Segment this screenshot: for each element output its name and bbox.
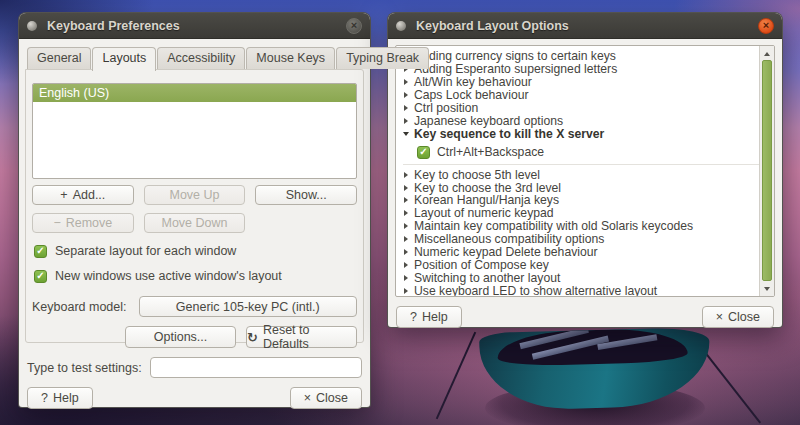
tab-typing-break[interactable]: Typing Break — [336, 47, 429, 69]
scroll-up-icon[interactable] — [760, 47, 774, 60]
expander-icon — [404, 79, 408, 85]
help-button[interactable]: ? Help — [396, 306, 462, 328]
reset-to-defaults-button[interactable]: ↻ Reset to Defaults — [246, 326, 357, 348]
keyboard-layout-options-window: Keyboard Layout Options × Adding currenc… — [387, 12, 783, 328]
close-icon: × — [304, 391, 311, 405]
keyboard-model-button[interactable]: Generic 105-key PC (intl.) — [139, 296, 357, 317]
keyboard-preferences-window: Keyboard Preferences × General Layouts A… — [18, 12, 371, 408]
scrollbar[interactable] — [759, 46, 774, 296]
option-key-5th-level[interactable]: Key to choose 5th level — [403, 168, 759, 181]
tab-layouts[interactable]: Layouts — [92, 47, 156, 71]
expander-icon — [404, 249, 408, 255]
tab-bar: General Layouts Accessibility Mouse Keys… — [19, 39, 370, 69]
plus-icon: + — [60, 188, 67, 202]
tab-general[interactable]: General — [27, 47, 91, 69]
window-icon — [396, 21, 406, 31]
checkbox-ctrl-alt-backspace[interactable]: ✓ — [417, 146, 430, 159]
tab-mouse-keys[interactable]: Mouse Keys — [246, 47, 335, 69]
expander-icon — [404, 223, 408, 229]
window-title: Keyboard Layout Options — [416, 19, 569, 33]
layout-list-buttons: +Add... Move Up Show... −Remove Move Dow… — [32, 185, 357, 233]
checkbox-label: Separate layout for each window — [55, 244, 236, 258]
checkbox-new-windows-layout[interactable]: ✓ — [34, 270, 47, 283]
option-key-3rd-level[interactable]: Key to choose the 3rd level — [403, 181, 759, 194]
kill-x-server-child: ✓ Ctrl+Alt+Backspace — [403, 141, 759, 165]
option-solaris-keycodes[interactable]: Maintain key compatibility with old Sola… — [403, 220, 759, 233]
help-button[interactable]: ? Help — [27, 387, 93, 409]
new-windows-layout-row: ✓ New windows use active window's layout — [34, 269, 357, 283]
option-numeric-keypad-delete[interactable]: Numeric keypad Delete behaviour — [403, 246, 759, 259]
close-window-icon[interactable]: × — [346, 18, 362, 34]
expander-icon — [404, 262, 408, 268]
reset-icon: ↻ — [247, 330, 258, 345]
option-numeric-keypad-layout[interactable]: Layout of numeric keypad — [403, 207, 759, 220]
expander-icon — [404, 105, 408, 111]
option-misc-compatibility[interactable]: Miscellaneous compatibility options — [403, 233, 759, 246]
window-title: Keyboard Preferences — [47, 19, 180, 33]
dialog-actions: ? Help × Close — [396, 306, 774, 328]
separate-layout-row: ✓ Separate layout for each window — [34, 244, 357, 258]
option-ctrl-position[interactable]: Ctrl position — [403, 102, 759, 115]
option-keyboard-led[interactable]: Use keyboard LED to show alternative lay… — [403, 284, 759, 297]
expander-icon — [404, 236, 408, 242]
option-caps-lock[interactable]: Caps Lock behaviour — [403, 89, 759, 102]
checkbox-separate-layout[interactable]: ✓ — [34, 245, 47, 258]
close-icon: × — [716, 310, 723, 324]
option-alt-win-key[interactable]: Alt/Win key behaviour — [403, 76, 759, 89]
list-item-english-us[interactable]: English (US) — [33, 84, 356, 102]
boat-oar-left — [436, 332, 476, 420]
dialog-actions: ? Help × Close — [27, 387, 362, 409]
option-korean-hangul[interactable]: Korean Hangul/Hanja keys — [403, 194, 759, 207]
scroll-down-icon[interactable] — [760, 282, 774, 295]
checkbox-label: Ctrl+Alt+Backspace — [437, 145, 544, 159]
layout-options-list: Adding currency signs to certain keys Ad… — [395, 45, 775, 297]
keyboard-model-label: Keyboard model: — [32, 300, 127, 314]
expander-down-icon — [403, 132, 409, 136]
add-button[interactable]: +Add... — [32, 185, 134, 205]
keyboard-layout-list: English (US) — [32, 83, 357, 179]
test-settings-input[interactable] — [150, 357, 362, 378]
titlebar[interactable]: Keyboard Preferences × — [19, 13, 370, 39]
option-adding-currency-signs[interactable]: Adding currency signs to certain keys — [403, 50, 759, 63]
expander-icon — [404, 92, 408, 98]
test-settings-row: Type to test settings: — [27, 357, 362, 378]
help-icon: ? — [41, 391, 48, 405]
option-key-sequence-kill-x[interactable]: Key sequence to kill the X server — [403, 127, 759, 140]
boat-interior — [497, 328, 688, 367]
close-button[interactable]: × Close — [290, 387, 362, 409]
expander-icon — [404, 288, 408, 294]
help-icon: ? — [410, 310, 417, 324]
expander-icon — [404, 275, 408, 281]
option-compose-key-position[interactable]: Position of Compose key — [403, 258, 759, 271]
close-button[interactable]: × Close — [702, 306, 774, 328]
expander-icon — [404, 197, 408, 203]
expander-icon — [404, 210, 408, 216]
boat-oar-right — [701, 347, 761, 423]
scrollbar-thumb[interactable] — [762, 60, 772, 281]
show-button[interactable]: Show... — [255, 185, 357, 205]
window-icon — [27, 21, 37, 31]
expander-icon — [404, 172, 408, 178]
option-adding-esperanto[interactable]: Adding Esperanto supersigned letters — [403, 63, 759, 76]
keyboard-model-row: Keyboard model: Generic 105-key PC (intl… — [32, 296, 357, 317]
close-window-icon[interactable]: × — [758, 18, 774, 34]
move-down-button[interactable]: Move Down — [144, 213, 246, 233]
expander-icon — [404, 185, 408, 191]
titlebar[interactable]: Keyboard Layout Options × — [388, 13, 782, 39]
expander-icon — [404, 118, 408, 124]
layouts-tab-panel: English (US) +Add... Move Up Show... −Re… — [25, 69, 364, 343]
remove-button[interactable]: −Remove — [32, 213, 134, 233]
options-button[interactable]: Options... — [125, 326, 236, 348]
option-japanese-keyboard[interactable]: Japanese keyboard options — [403, 114, 759, 127]
test-settings-label: Type to test settings: — [27, 361, 142, 375]
options-reset-row: Options... ↻ Reset to Defaults — [32, 326, 357, 348]
tab-accessibility[interactable]: Accessibility — [157, 47, 245, 69]
minus-icon: − — [53, 216, 60, 230]
option-switching-layout[interactable]: Switching to another layout — [403, 271, 759, 284]
wallpaper-boat — [455, 328, 745, 425]
checkbox-label: New windows use active window's layout — [55, 269, 282, 283]
move-up-button[interactable]: Move Up — [144, 185, 246, 205]
